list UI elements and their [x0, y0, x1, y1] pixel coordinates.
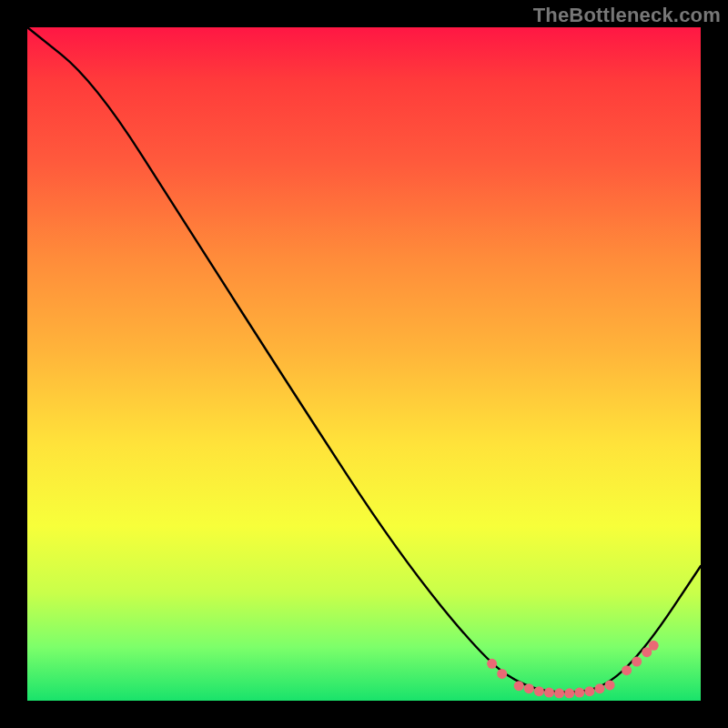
- plot-area: [27, 27, 701, 701]
- marker-dot: [574, 688, 584, 698]
- marker-dot: [554, 688, 564, 698]
- marker-dot: [632, 657, 642, 667]
- marker-dot: [534, 686, 544, 696]
- curve-line: [27, 27, 701, 693]
- marker-dot: [595, 683, 605, 693]
- marker-dot: [649, 641, 659, 651]
- marker-dot: [622, 665, 632, 675]
- marker-dot: [524, 683, 534, 693]
- marker-dot: [584, 686, 594, 696]
- marker-dot: [605, 680, 615, 690]
- watermark-text: TheBottleneck.com: [533, 4, 721, 27]
- marker-dot: [497, 669, 507, 679]
- marker-dot: [487, 659, 497, 669]
- chart-svg: [27, 27, 701, 701]
- chart-stage: TheBottleneck.com: [0, 0, 728, 728]
- marker-dot: [564, 688, 574, 698]
- marker-dot: [514, 681, 524, 691]
- marker-dot: [544, 688, 554, 698]
- marker-group: [487, 641, 659, 699]
